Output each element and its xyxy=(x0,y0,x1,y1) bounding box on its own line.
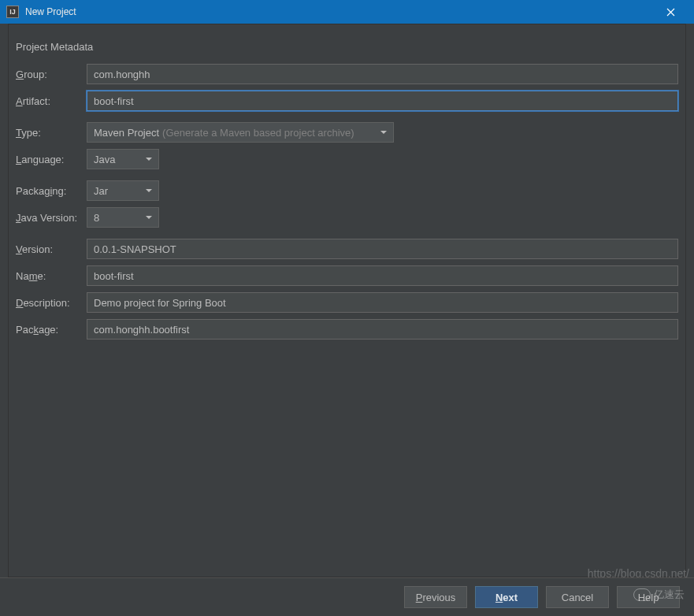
package-label: Package: xyxy=(16,324,87,336)
language-label: Language: xyxy=(16,154,87,165)
type-row: Type: Maven Project (Generate a Maven ba… xyxy=(16,122,678,143)
section-title: Project Metadata xyxy=(0,24,694,64)
chevron-down-icon xyxy=(146,189,152,192)
footer-bar: Previous Next Cancel Help xyxy=(0,577,694,616)
package-row: Package: xyxy=(16,319,678,340)
java-version-select[interactable]: 8 xyxy=(87,207,159,228)
packaging-row: Packaging: Jar xyxy=(16,180,678,201)
name-label: Name: xyxy=(16,270,87,282)
type-select[interactable]: Maven Project (Generate a Maven based pr… xyxy=(87,122,394,143)
next-button[interactable]: Next xyxy=(475,586,538,608)
package-input[interactable] xyxy=(87,319,678,340)
group-label: Group: xyxy=(16,69,87,80)
name-input[interactable] xyxy=(87,265,678,286)
artifact-row: Artifact: xyxy=(16,91,678,111)
description-input[interactable] xyxy=(87,292,678,313)
artifact-label: Artifact: xyxy=(16,95,87,107)
packaging-select-value: Jar xyxy=(94,185,108,197)
version-label: Version: xyxy=(16,243,87,255)
description-row: Description: xyxy=(16,292,678,313)
language-select[interactable]: Java xyxy=(87,149,159,169)
chevron-down-icon xyxy=(146,216,152,219)
cancel-button[interactable]: Cancel xyxy=(546,586,609,608)
java-version-select-value: 8 xyxy=(94,212,99,224)
close-icon xyxy=(666,8,675,17)
close-button[interactable] xyxy=(653,0,688,24)
description-label: Description: xyxy=(16,297,87,309)
type-label: Type: xyxy=(16,127,87,139)
group-row: Group: xyxy=(16,64,678,84)
watermark-brand: 亿速云 xyxy=(633,588,685,602)
cloud-icon xyxy=(633,588,651,601)
title-bar: IJ New Project xyxy=(0,0,694,24)
artifact-input[interactable] xyxy=(87,91,678,111)
language-select-value: Java xyxy=(94,154,115,165)
watermark-brand-text: 亿速云 xyxy=(654,588,685,602)
java-version-row: Java Version: 8 xyxy=(16,207,678,228)
previous-button[interactable]: Previous xyxy=(404,586,467,608)
form-area: Group: Artifact: Type: Maven Project (Ge… xyxy=(0,64,694,340)
chevron-down-icon xyxy=(380,131,387,134)
name-row: Name: xyxy=(16,265,678,286)
java-version-label: Java Version: xyxy=(16,212,87,224)
window-title: New Project xyxy=(25,6,76,17)
app-icon: IJ xyxy=(6,6,19,18)
version-row: Version: xyxy=(16,239,678,259)
type-select-hint: (Generate a Maven based project archive) xyxy=(162,127,354,139)
group-input[interactable] xyxy=(87,64,678,84)
type-select-value: Maven Project xyxy=(94,127,159,139)
packaging-select[interactable]: Jar xyxy=(87,180,159,201)
packaging-label: Packaging: xyxy=(16,185,87,197)
language-row: Language: Java xyxy=(16,149,678,169)
title-bar-left: IJ New Project xyxy=(6,6,76,18)
chevron-down-icon xyxy=(146,158,152,161)
version-input[interactable] xyxy=(87,239,678,259)
